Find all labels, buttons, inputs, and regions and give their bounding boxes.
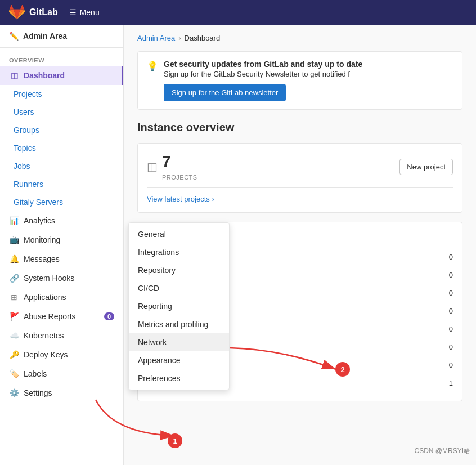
dropdown-item-metrics-and-profiling[interactable]: Metrics and profiling: [129, 315, 229, 333]
dropdown-item-repository[interactable]: Repository: [129, 261, 229, 279]
projects-card: ◫ 7 PROJECTS New project View latest pro…: [137, 143, 462, 213]
analytics-icon: 📊: [9, 216, 19, 226]
top-navigation: GitLab ☰ Menu: [0, 0, 476, 25]
sidebar-item-dashboard[interactable]: ◫ Dashboard: [0, 66, 123, 85]
labels-icon: 🏷️: [9, 369, 19, 379]
stat-value: 0: [449, 289, 453, 297]
menu-button[interactable]: ☰ Menu: [65, 6, 104, 19]
projects-count-block: ◫ 7 PROJECTS: [147, 153, 197, 181]
sidebar-item-messages[interactable]: 🔔 Messages: [0, 249, 123, 269]
main-layout: ✏️ Admin Area Overview ◫ Dashboard Proje…: [0, 25, 476, 465]
breadcrumb-parent[interactable]: Admin Area: [137, 34, 175, 42]
sidebar-item-settings[interactable]: ⚙️ Settings: [0, 383, 123, 403]
security-subtitle: Sign up for the GitLab Security Newslett…: [164, 70, 453, 78]
dropdown-item-integrations[interactable]: Integrations: [129, 243, 229, 261]
stat-value: 0: [449, 361, 453, 369]
callout-1: 1: [168, 433, 182, 448]
instance-overview-title: Instance overview: [137, 121, 462, 134]
stat-value: 0: [449, 325, 453, 333]
abuse-icon: 🚩: [9, 311, 19, 321]
admin-icon: ✏️: [9, 32, 19, 41]
sidebar-item-abuse-reports[interactable]: 🚩 Abuse Reports 0: [0, 307, 123, 326]
breadcrumb-current: Dashboard: [185, 34, 221, 42]
sidebar-item-applications[interactable]: ⊞ Applications: [0, 288, 123, 307]
security-icon: 💡: [147, 61, 158, 71]
stat-value: 1: [449, 379, 453, 387]
sidebar-item-monitoring[interactable]: 📺 Monitoring: [0, 230, 123, 249]
abuse-badge: 0: [104, 312, 114, 320]
sidebar-item-jobs[interactable]: Jobs: [0, 157, 123, 175]
dropdown-item-general[interactable]: General: [129, 225, 229, 243]
newsletter-button[interactable]: Sign up for the GitLab newsletter: [164, 84, 286, 101]
sidebar-item-system-hooks[interactable]: 🔗 System Hooks: [0, 269, 123, 288]
project-icon: ◫: [147, 160, 158, 173]
sidebar-item-projects[interactable]: Projects: [0, 85, 123, 103]
applications-icon: ⊞: [9, 292, 19, 302]
sidebar-item-kubernetes[interactable]: ☁️ Kubernetes: [0, 326, 123, 345]
view-latest-link[interactable]: View latest projects ›: [147, 187, 453, 203]
overview-section-label: Overview: [0, 48, 123, 66]
sidebar-item-topics[interactable]: Topics: [0, 139, 123, 157]
dropdown-item-ci/cd[interactable]: CI/CD: [129, 279, 229, 297]
settings-dropdown: GeneralIntegrationsRepositoryCI/CDReport…: [128, 222, 230, 390]
monitoring-icon: 📺: [9, 235, 19, 245]
kubernetes-icon: ☁️: [9, 330, 19, 341]
dashboard-icon: ◫: [9, 70, 19, 81]
security-banner: 💡 Get security updates from GitLab and s…: [137, 51, 462, 110]
projects-number: 7: [162, 153, 197, 171]
sidebar: ✏️ Admin Area Overview ◫ Dashboard Proje…: [0, 25, 124, 465]
hamburger-icon: ☰: [69, 8, 77, 17]
sidebar-item-analytics[interactable]: 📊 Analytics: [0, 211, 123, 230]
sidebar-item-deploy-keys[interactable]: 🔑 Deploy Keys: [0, 345, 123, 364]
projects-label: PROJECTS: [162, 174, 197, 181]
new-project-button[interactable]: New project: [399, 159, 453, 175]
dropdown-item-reporting[interactable]: Reporting: [129, 297, 229, 315]
sidebar-item-gitaly[interactable]: Gitaly Servers: [0, 193, 123, 211]
breadcrumb-separator: ›: [178, 34, 181, 42]
sidebar-admin-area[interactable]: ✏️ Admin Area: [0, 25, 123, 48]
security-text-block: Get security updates from GitLab and sta…: [164, 60, 453, 101]
stat-value: 0: [449, 271, 453, 279]
deploy-key-icon: 🔑: [9, 350, 19, 360]
breadcrumb: Admin Area › Dashboard: [137, 34, 462, 42]
watermark: CSDN @MRSYI哈: [414, 446, 470, 456]
sidebar-item-groups[interactable]: Groups: [0, 121, 123, 139]
security-title: Get security updates from GitLab and sta…: [164, 60, 453, 69]
chevron-right-icon: ›: [212, 195, 214, 203]
stat-value: 0: [449, 343, 453, 351]
gitlab-logo[interactable]: GitLab: [9, 5, 58, 20]
messages-icon: 🔔: [9, 254, 19, 264]
callout-2: 2: [335, 362, 350, 377]
sidebar-item-runners[interactable]: Runners: [0, 175, 123, 193]
dropdown-item-network[interactable]: Network: [129, 333, 229, 351]
dropdown-item-appearance[interactable]: Appearance: [129, 351, 229, 369]
projects-stat: ◫ 7 PROJECTS New project: [147, 153, 453, 187]
stat-value: 0: [449, 307, 453, 315]
hooks-icon: 🔗: [9, 273, 19, 283]
sidebar-item-users[interactable]: Users: [0, 103, 123, 121]
settings-icon: ⚙️: [9, 388, 19, 398]
dropdown-item-preferences[interactable]: Preferences: [129, 369, 229, 387]
sidebar-item-labels[interactable]: 🏷️ Labels: [0, 364, 123, 383]
stat-value: 0: [449, 253, 453, 261]
